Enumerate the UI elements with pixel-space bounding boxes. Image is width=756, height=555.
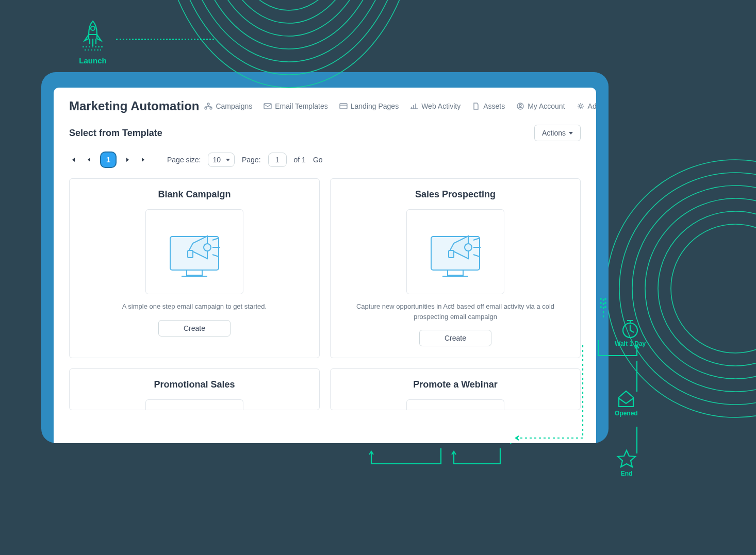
page-size-label: Page size: <box>167 156 201 164</box>
sitemap-icon <box>204 103 212 110</box>
svg-point-3 <box>180 0 397 62</box>
svg-point-0 <box>91 26 95 30</box>
launch-rocket-decor: Launch <box>77 18 108 65</box>
svg-point-30 <box>465 244 472 251</box>
svg-point-26 <box>204 244 211 251</box>
pager-current-page[interactable]: 1 <box>100 152 117 168</box>
pager: 1 Page size: 10 Page: 1 of 1 Go <box>69 152 581 168</box>
svg-point-23 <box>579 105 582 108</box>
actions-label: Actions <box>542 129 566 137</box>
nav: Campaigns Email Templates Landing Pages <box>204 102 596 110</box>
page-of-label: of 1 <box>294 156 306 164</box>
flow-connectors <box>309 299 670 520</box>
svg-point-16 <box>207 103 209 105</box>
template-card-blank-campaign: Blank Campaign <box>69 178 320 358</box>
card-title: Sales Prospecting <box>342 189 569 200</box>
svg-rect-27 <box>188 250 193 258</box>
gear-icon <box>577 103 585 110</box>
pager-prev-button[interactable] <box>85 156 93 164</box>
svg-rect-20 <box>340 104 347 109</box>
page-size-select[interactable]: 10 <box>208 153 235 167</box>
nav-item-label: Email Templates <box>275 102 327 110</box>
nav-item-label: My Account <box>528 102 565 110</box>
arcs-decor-top <box>155 0 423 93</box>
svg-point-18 <box>210 107 212 109</box>
campaign-illustration <box>406 209 504 294</box>
pager-last-button[interactable] <box>139 156 147 164</box>
campaign-illustration-partial <box>145 399 243 410</box>
launch-dotted-line <box>116 39 214 40</box>
pager-next-button[interactable] <box>124 156 132 164</box>
template-card-promotional-sales: Promotional Sales <box>69 368 320 410</box>
card-title: Promotional Sales <box>81 379 308 390</box>
svg-rect-29 <box>448 270 463 275</box>
app-title: Marketing Automation <box>69 99 199 113</box>
svg-point-22 <box>519 105 521 107</box>
file-icon <box>472 103 480 110</box>
nav-email-templates[interactable]: Email Templates <box>264 102 327 110</box>
nav-item-label: Campaigns <box>216 102 252 110</box>
subheader: Select from Template Actions <box>69 125 581 141</box>
bar-chart-icon <box>410 103 418 110</box>
nav-item-label: Admin <box>588 102 596 110</box>
nav-landing-pages[interactable]: Landing Pages <box>339 102 399 110</box>
chevron-down-icon <box>569 132 573 134</box>
page-input[interactable]: 1 <box>268 153 287 167</box>
launch-label: Launch <box>77 56 108 65</box>
create-button[interactable]: Create <box>158 320 231 337</box>
svg-point-17 <box>205 107 207 109</box>
actions-button[interactable]: Actions <box>534 125 581 141</box>
svg-rect-25 <box>187 270 202 275</box>
chevron-down-icon <box>226 159 230 161</box>
nav-admin[interactable]: Admin <box>577 102 596 110</box>
user-icon <box>516 103 524 110</box>
svg-point-2 <box>170 0 407 75</box>
svg-point-4 <box>191 0 387 49</box>
page-value: 1 <box>275 156 280 164</box>
svg-point-7 <box>222 0 356 10</box>
nav-item-label: Assets <box>483 102 505 110</box>
nav-campaigns[interactable]: Campaigns <box>204 102 252 110</box>
pager-go-button[interactable]: Go <box>313 156 323 164</box>
svg-rect-28 <box>431 237 480 270</box>
svg-rect-19 <box>264 104 271 109</box>
card-title: Blank Campaign <box>81 189 308 200</box>
envelope-icon <box>264 103 272 110</box>
nav-my-account[interactable]: My Account <box>516 102 565 110</box>
svg-rect-24 <box>170 237 219 270</box>
page-label: Page: <box>242 156 261 164</box>
nav-web-activity[interactable]: Web Activity <box>410 102 461 110</box>
svg-point-15 <box>671 224 756 353</box>
window-icon <box>339 103 348 110</box>
drag-handle-icon <box>600 298 607 308</box>
campaign-illustration <box>145 209 243 294</box>
page-size-value: 10 <box>212 156 221 164</box>
nav-item-label: Web Activity <box>421 102 461 110</box>
pager-first-button[interactable] <box>69 156 77 164</box>
header: Marketing Automation Campaigns Email Tem… <box>69 99 581 113</box>
card-description: A simple one step email campaign to get … <box>81 301 308 312</box>
rocket-icon <box>77 18 108 54</box>
svg-point-6 <box>211 0 366 23</box>
nav-assets[interactable]: Assets <box>472 102 505 110</box>
svg-rect-31 <box>449 250 454 258</box>
nav-item-label: Landing Pages <box>351 102 399 110</box>
svg-point-14 <box>658 211 756 366</box>
page-subtitle: Select from Template <box>69 128 162 139</box>
